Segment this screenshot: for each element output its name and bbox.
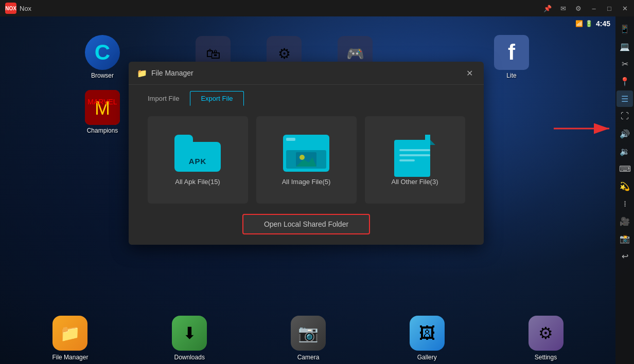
arrow-pointer [554,118,615,142]
pin-button[interactable]: 📌 [540,3,555,14]
bottom-gallery-icon[interactable]: 🖼 Gallery [410,316,445,361]
dialog-tabs: Import File Export File [129,85,484,106]
fblite-icon-img: f [494,35,529,70]
titlebar-settings-button[interactable]: ⚙ [571,3,586,14]
clock: 4:45 [596,20,610,28]
gallery-bottom-label: Gallery [417,354,437,361]
dialog-content: APK All Apk File(15) All Image [129,106,484,245]
downloads-bottom-label: Downloads [174,354,205,361]
file-manager-folder-icon: 📁 [137,68,147,78]
other-card-label: All Other File(3) [391,178,438,186]
apk-card-label: All Apk File(15) [175,178,220,186]
location-icon[interactable]: 📍 [617,73,633,89]
status-bar: 📶 🔋 4:45 [575,16,615,31]
multi-icon[interactable]: ⁞ [617,195,633,212]
video-icon[interactable]: 🎥 [617,213,633,229]
list-icon[interactable]: ☰ [617,90,633,107]
mail-button[interactable]: ✉ [556,3,570,14]
gallery-icon-img: 🖼 [410,316,445,351]
fblite-label: Lite [506,72,516,79]
champions-icon-img: M MARVEL [85,90,120,125]
bottom-bar: 📁 File Manager ⬇ Downloads 📷 Camera 🖼 Ga… [0,313,615,364]
image-card-label: All Image File(5) [282,178,331,186]
dialog-close-button[interactable]: ✕ [463,67,476,79]
apk-folder-icon: APK [174,135,221,172]
settings-icon-img: ⚙ [529,316,563,351]
battery-icon: 🔋 [585,20,593,27]
titlebar: NOX Nox 📌 ✉ ⚙ – □ ✕ [0,0,634,16]
status-icons: 📶 🔋 [575,20,593,27]
apk-file-card[interactable]: APK All Apk File(15) [148,116,248,204]
file-manager-dialog: 📁 File Manager ✕ Import File Export File… [129,62,484,245]
bottom-settings-icon[interactable]: ⚙ Settings [529,316,563,361]
file-manager-icon-img: 📁 [52,316,87,351]
dialog-title-area: 📁 File Manager [137,68,193,78]
browser-icon-img: C [85,35,120,70]
champions-label: Champions [87,127,118,134]
titlebar-controls: 📌 ✉ ⚙ – □ ✕ [540,3,634,14]
screenshot-icon[interactable]: 📸 [617,230,633,247]
shake-icon[interactable]: 💫 [617,178,633,194]
bottom-file-manager-icon[interactable]: 📁 File Manager [52,316,88,361]
scissors-icon[interactable]: ✂ [617,56,633,72]
tab-export[interactable]: Export File [190,91,243,106]
fblite-app-icon[interactable]: f Lite [494,35,529,79]
browser-label: Browser [91,72,114,79]
bottom-camera-icon[interactable]: 📷 Camera [291,316,326,361]
nox-logo: NOX [5,3,16,14]
minimize-button[interactable]: – [587,3,601,14]
open-local-shared-folder-button[interactable]: Open Local Shared Folder [242,214,370,234]
wifi-icon: 📶 [575,20,583,27]
close-button[interactable]: ✕ [618,3,632,14]
image-file-card[interactable]: All Image File(5) [256,116,357,204]
downloads-icon-img: ⬇ [172,316,207,351]
camera-icon-img: 📷 [291,316,326,351]
tab-import[interactable]: Import File [137,91,190,106]
bottom-downloads-icon[interactable]: ⬇ Downloads [172,316,207,361]
settings-bottom-label: Settings [535,354,557,361]
image-file-icon [283,135,329,172]
titlebar-left: NOX Nox [0,3,31,14]
volume-down-icon[interactable]: 🔉 [617,143,633,159]
other-file-icon [394,135,435,172]
right-sidebar: 📱 💻 ✂ 📍 ☰ ⛶ 🔊 🔉 ⌨ 💫 ⁞ 🎥 📸 ↩ [615,16,634,364]
expand-icon[interactable]: ⛶ [617,108,633,124]
file-grid: APK All Apk File(15) All Image [137,116,476,204]
keyboard-icon[interactable]: ⌨ [617,160,633,177]
app-name-label: Nox [20,5,31,12]
svg-point-6 [300,155,305,160]
svg-text:MARVEL: MARVEL [87,98,117,106]
maximize-button[interactable]: □ [602,3,617,14]
tablet-icon[interactable]: 💻 [617,38,633,54]
volume-up-icon[interactable]: 🔊 [617,125,633,142]
browser-app-icon[interactable]: C Browser [85,35,120,79]
other-file-card[interactable]: All Other File(3) [365,116,465,204]
champions-app-icon[interactable]: M MARVEL Champions [85,90,120,134]
dialog-title-text: File Manager [151,69,193,77]
file-manager-bottom-label: File Manager [52,354,88,361]
camera-bottom-label: Camera [297,354,320,361]
phone-icon[interactable]: 📱 [617,21,633,37]
back-icon[interactable]: ↩ [617,248,633,264]
dialog-titlebar: 📁 File Manager ✕ [129,62,484,85]
